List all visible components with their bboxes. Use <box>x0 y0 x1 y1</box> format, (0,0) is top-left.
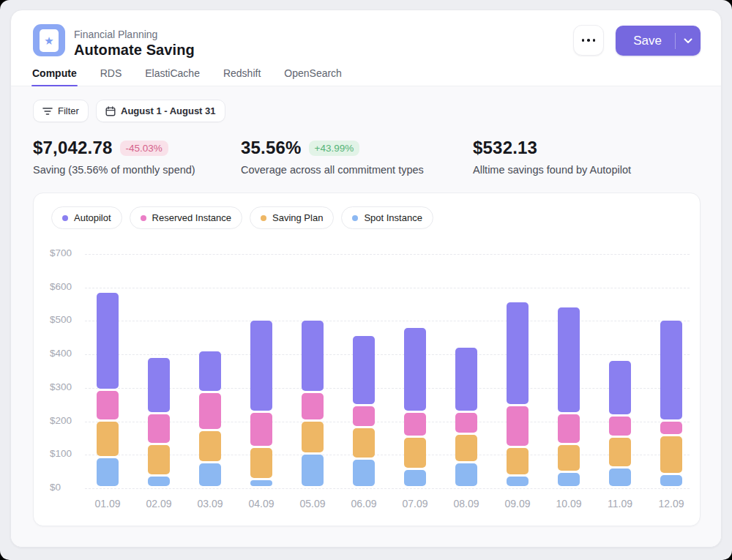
tab-rds[interactable]: RDS <box>100 66 123 86</box>
bar-segment-autopilot[interactable] <box>455 348 477 411</box>
bar-segment-reserved-instance[interactable] <box>404 413 426 436</box>
bar-segment-saving-plan[interactable] <box>660 436 682 473</box>
date-range-label: August 1 - August 31 <box>121 105 216 116</box>
save-split-button[interactable]: Save <box>616 26 701 56</box>
bar-segment-saving-plan[interactable] <box>302 422 324 453</box>
x-axis-tick: 11.09 <box>594 498 646 509</box>
tab-opensearch[interactable]: OpenSearch <box>283 66 343 86</box>
ellipsis-icon <box>582 39 585 42</box>
bar-segment-autopilot[interactable] <box>353 336 375 404</box>
stat-label: Saving (35.56% of monthly spend) <box>33 164 195 176</box>
bar-segment-spot-instance[interactable] <box>250 480 272 486</box>
bar-segment-autopilot[interactable] <box>609 361 631 414</box>
bar-segment-autopilot[interactable] <box>404 328 426 411</box>
bar-segment-reserved-instance[interactable] <box>97 391 119 419</box>
bar-segment-reserved-instance[interactable] <box>199 393 221 430</box>
gridline <box>85 288 690 288</box>
legend-item-saving-plan[interactable]: Saving Plan <box>250 206 334 229</box>
bar-segment-reserved-instance[interactable] <box>660 422 682 435</box>
bar-segment-autopilot[interactable] <box>507 302 529 404</box>
stat-card: $7,042.78-45.03%Saving (35.56% of monthl… <box>33 138 195 176</box>
filter-button[interactable]: Filter <box>33 100 89 122</box>
stat-change-badge: -45.03% <box>120 141 168 156</box>
x-axis-tick: 08.09 <box>441 498 492 509</box>
chart-legend: AutopilotReserved InstanceSaving PlanSpo… <box>51 206 433 229</box>
bar-segment-reserved-instance[interactable] <box>455 413 477 433</box>
bar-segment-saving-plan[interactable] <box>455 435 477 461</box>
bar-segment-reserved-instance[interactable] <box>302 393 324 419</box>
gridline <box>85 422 690 422</box>
bar-segment-spot-instance[interactable] <box>148 477 170 486</box>
legend-item-spot-instance[interactable]: Spot Instance <box>341 206 433 229</box>
chart-card: AutopilotReserved InstanceSaving PlanSpo… <box>33 193 701 526</box>
stat-value: 35.56% <box>241 138 302 158</box>
tab-redshift[interactable]: Redshift <box>223 66 261 86</box>
legend-item-reserved-instance[interactable]: Reserved Instance <box>130 206 242 229</box>
bar-segment-saving-plan[interactable] <box>97 422 119 456</box>
tab-compute[interactable]: Compute <box>31 66 78 86</box>
bar-segment-reserved-instance[interactable] <box>148 414 170 442</box>
bar-segment-spot-instance[interactable] <box>353 460 375 486</box>
bar-segment-spot-instance[interactable] <box>455 463 477 486</box>
bar-segment-saving-plan[interactable] <box>199 431 221 460</box>
x-axis-tick: 01.09 <box>82 498 133 509</box>
bar-segment-autopilot[interactable] <box>660 321 682 419</box>
bar-segment-autopilot[interactable] <box>97 293 119 389</box>
bar-segment-reserved-instance[interactable] <box>609 417 631 436</box>
gridline <box>85 488 690 489</box>
save-dropdown-button[interactable] <box>676 38 701 44</box>
bar-segment-spot-instance[interactable] <box>199 463 221 486</box>
bar-segment-autopilot[interactable] <box>558 307 580 412</box>
stat-label: Coverage across all commitment types <box>241 164 424 176</box>
bar-segment-reserved-instance[interactable] <box>250 413 272 446</box>
x-axis-tick: 09.09 <box>492 498 543 509</box>
bar-segment-spot-instance[interactable] <box>609 468 631 486</box>
bar-segment-autopilot[interactable] <box>148 358 170 413</box>
x-axis-tick: 06.09 <box>338 498 389 509</box>
gridline <box>85 254 690 255</box>
bar-segment-autopilot[interactable] <box>199 351 221 391</box>
legend-label: Reserved Instance <box>152 212 231 223</box>
bar-segment-spot-instance[interactable] <box>558 473 580 486</box>
legend-dot <box>141 215 146 221</box>
bar-segment-spot-instance[interactable] <box>507 477 529 486</box>
gridline <box>85 388 690 389</box>
bar-segment-saving-plan[interactable] <box>250 448 272 477</box>
bar-segment-autopilot[interactable] <box>302 321 324 390</box>
bar-segment-saving-plan[interactable] <box>353 428 375 458</box>
x-axis-tick: 05.09 <box>287 498 338 509</box>
bar-segment-spot-instance[interactable] <box>97 458 119 486</box>
x-axis-tick: 03.09 <box>184 498 236 509</box>
date-range-button[interactable]: August 1 - August 31 <box>96 100 225 122</box>
chevron-down-icon <box>684 38 692 44</box>
content-area: Filter August 1 - August 31 $7,042.78-45… <box>11 86 721 548</box>
bar-segment-spot-instance[interactable] <box>302 455 324 486</box>
stat-card: $532.13Alltime savings found by Autopilo… <box>473 138 631 176</box>
legend-item-autopilot[interactable]: Autopilot <box>51 206 122 229</box>
bar-segment-spot-instance[interactable] <box>404 470 426 486</box>
bar-segment-saving-plan[interactable] <box>558 445 580 471</box>
y-axis-tick: $700 <box>50 247 72 258</box>
bar-segment-reserved-instance[interactable] <box>353 406 375 426</box>
desktop-background: ★ Financial Planning Automate Saving Sav… <box>0 0 732 560</box>
app-window: ★ Financial Planning Automate Saving Sav… <box>10 10 722 548</box>
bar-segment-saving-plan[interactable] <box>148 445 170 474</box>
bar-segment-spot-instance[interactable] <box>660 475 682 486</box>
y-axis-tick: $300 <box>50 381 72 392</box>
tab-elasticache[interactable]: ElastiCache <box>144 66 201 86</box>
bar-segment-saving-plan[interactable] <box>507 448 529 474</box>
y-axis-tick: $200 <box>50 415 72 426</box>
save-button[interactable]: Save <box>616 34 675 48</box>
bar-segment-reserved-instance[interactable] <box>558 414 580 442</box>
bar-segment-saving-plan[interactable] <box>404 438 426 467</box>
legend-dot <box>62 215 68 221</box>
x-axis-tick: 04.09 <box>236 498 287 509</box>
app-icon: ★ <box>33 24 65 56</box>
more-options-button[interactable] <box>573 25 604 56</box>
bar-segment-reserved-instance[interactable] <box>507 406 529 446</box>
stat-label: Alltime savings found by Autopilot <box>473 164 631 176</box>
calendar-icon <box>105 106 116 116</box>
y-axis-tick: $0 <box>50 482 61 493</box>
bar-segment-saving-plan[interactable] <box>609 438 631 466</box>
bar-segment-autopilot[interactable] <box>250 321 272 411</box>
